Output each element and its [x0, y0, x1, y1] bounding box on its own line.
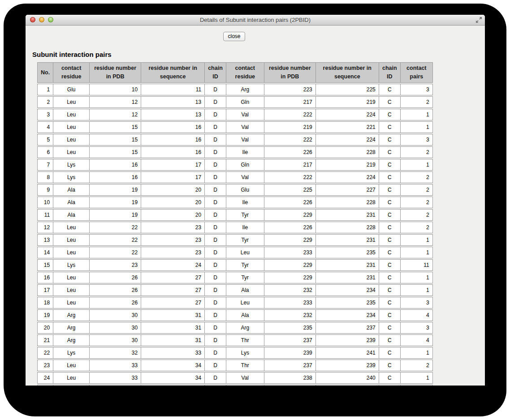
table-cell: 13 — [37, 234, 53, 246]
table-cell: 2 — [400, 146, 433, 158]
table-cell: C — [379, 171, 400, 183]
table-cell: C — [379, 234, 400, 246]
table-cell: 226 — [264, 197, 316, 208]
table-cell: 11 — [400, 259, 433, 271]
table-cell: 33 — [89, 372, 141, 384]
table-cell — [379, 385, 400, 386]
column-header: contact residue — [226, 62, 264, 83]
table-cell — [141, 385, 204, 386]
table-cell: D — [204, 259, 226, 271]
table-cell: 226 — [264, 222, 316, 233]
table-cell: Thr — [226, 334, 264, 346]
table-cell: D — [204, 360, 226, 371]
table-cell: 10 — [89, 84, 141, 95]
table-cell: 31 — [141, 322, 204, 334]
table-cell: D — [204, 247, 226, 258]
table-body: 1Glu1011DArg223225C32Leu1213DGln217219C2… — [37, 84, 433, 386]
table-cell: 1 — [400, 372, 433, 384]
table-cell: 7 — [37, 159, 53, 171]
table-cell: C — [379, 334, 400, 346]
table-cell: Arg — [53, 322, 89, 334]
table-cell: D — [204, 347, 226, 359]
table-cell: 19 — [89, 197, 141, 208]
table-cell: 224 — [316, 134, 379, 146]
table-cell: 16 — [37, 272, 53, 283]
table-cell: 4 — [400, 334, 433, 346]
close-button[interactable]: close — [223, 32, 245, 41]
table-cell: 21 — [37, 334, 53, 346]
table-cell: 20 — [37, 322, 53, 334]
table-cell: D — [204, 96, 226, 108]
table-cell: 4 — [400, 309, 433, 321]
table-cell: C — [379, 272, 400, 283]
table-cell: 239 — [316, 360, 379, 371]
table-cell: 231 — [316, 259, 379, 271]
table-row: 22Lys3233DLys239241C1 — [37, 347, 433, 359]
table-cell: C — [379, 146, 400, 158]
table-cell: C — [379, 121, 400, 133]
table-cell: Arg — [226, 84, 264, 95]
table-cell: 16 — [141, 121, 204, 133]
table-cell: 1 — [37, 84, 53, 95]
table-cell: Leu — [53, 96, 89, 108]
table-cell: 2 — [400, 184, 433, 196]
table-cell: 228 — [316, 146, 379, 158]
table-cell: D — [204, 197, 226, 208]
table-cell: 219 — [316, 159, 379, 171]
table-row: 1Glu1011DArg223225C3 — [37, 84, 433, 95]
table-cell: 2 — [400, 360, 433, 371]
table-row: 3Leu1213DVal222224C1 — [37, 109, 433, 120]
table-cell: Leu — [53, 360, 89, 371]
table-cell: 225 — [316, 84, 379, 95]
table-container: No.contact residueresidue number in PDBr… — [37, 61, 485, 386]
table-cell: 234 — [316, 309, 379, 321]
table-cell: 2 — [400, 171, 433, 183]
resize-diagonal-arrows-icon[interactable] — [475, 17, 482, 23]
table-cell — [204, 385, 226, 386]
table-cell: D — [204, 209, 226, 221]
table-cell: 229 — [264, 272, 316, 283]
table-cell: Leu — [53, 372, 89, 384]
table-cell: 1 — [400, 234, 433, 246]
table-cell: Val — [226, 372, 264, 384]
table-row: 18Leu2627DLeu233235C3 — [37, 297, 433, 309]
table-cell: Glu — [226, 184, 264, 196]
table-cell: 3 — [37, 109, 53, 120]
table-cell: C — [379, 209, 400, 221]
table-cell: 12 — [37, 222, 53, 233]
table-row-partial — [37, 385, 433, 386]
table-cell: 31 — [141, 309, 204, 321]
table-cell: Ala — [226, 284, 264, 296]
table-cell: 2 — [400, 197, 433, 208]
table-cell: Tyr — [226, 209, 264, 221]
table-cell: D — [204, 184, 226, 196]
table-cell: 17 — [37, 284, 53, 296]
table-cell: 16 — [89, 171, 141, 183]
table-cell: Leu — [53, 109, 89, 120]
table-cell: C — [379, 360, 400, 371]
table-cell: 2 — [37, 96, 53, 108]
table-cell: D — [204, 121, 226, 133]
table-cell: Lys — [53, 159, 89, 171]
table-cell: Leu — [53, 297, 89, 309]
table-cell: 12 — [89, 109, 141, 120]
table-cell: 16 — [89, 159, 141, 171]
table-cell: 18 — [37, 297, 53, 309]
table-cell: 23 — [141, 247, 204, 258]
table-cell: 221 — [316, 121, 379, 133]
table-cell: 222 — [264, 109, 316, 120]
table-cell: 34 — [141, 372, 204, 384]
table-cell: C — [379, 284, 400, 296]
window-titlebar[interactable]: Details of Subunit interaction pairs (2P… — [26, 15, 485, 26]
table-cell: Ala — [53, 209, 89, 221]
table-cell: 223 — [264, 84, 316, 95]
table-cell: Gln — [226, 159, 264, 171]
table-cell: 11 — [141, 84, 204, 95]
table-cell: 241 — [316, 347, 379, 359]
column-header: contact residue — [53, 62, 89, 83]
table-cell: 19 — [89, 209, 141, 221]
table-cell: Glu — [53, 84, 89, 95]
table-cell: 238 — [264, 372, 316, 384]
table-cell: 224 — [316, 171, 379, 183]
table-cell: Leu — [53, 134, 89, 146]
